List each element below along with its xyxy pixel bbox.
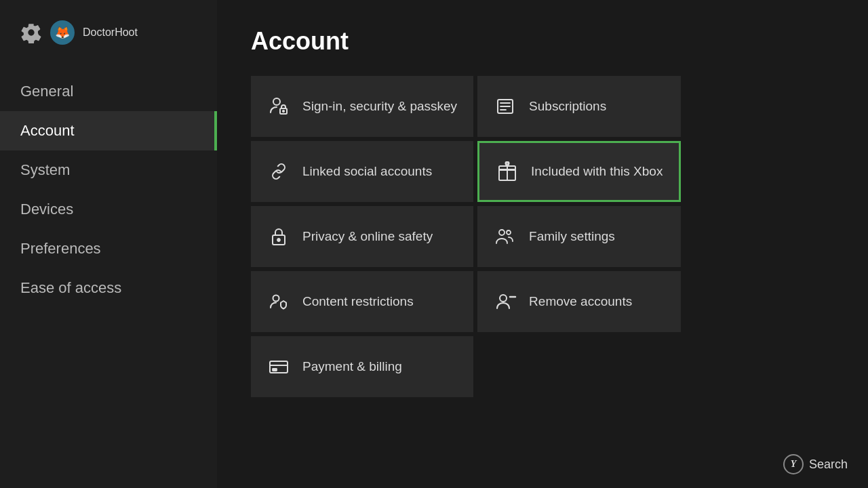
svg-point-5 — [273, 296, 279, 302]
menu-item-family-settings-label: Family settings — [529, 228, 615, 245]
page-title: Account — [251, 27, 834, 56]
menu-item-sign-in-label: Sign-in, security & passkey — [302, 98, 457, 115]
sidebar-item-preferences[interactable]: Preferences — [0, 229, 217, 268]
menu-item-family-settings[interactable]: Family settings — [477, 206, 681, 267]
left-menu-column: Sign-in, security & passkey Linked socia… — [251, 76, 473, 397]
link-icon — [267, 160, 290, 183]
person-shield-icon — [267, 290, 290, 313]
menu-item-sign-in[interactable]: Sign-in, security & passkey — [251, 76, 473, 137]
svg-rect-8 — [273, 369, 277, 371]
menu-item-remove-accounts-label: Remove accounts — [529, 293, 632, 310]
gift-icon — [496, 160, 519, 183]
bottom-bar: Y Search — [783, 454, 848, 474]
menu-item-included-xbox-label: Included with this Xbox — [531, 163, 663, 180]
sidebar-item-system[interactable]: System — [0, 150, 217, 190]
list-icon — [494, 95, 517, 118]
person-lock-icon — [267, 95, 290, 118]
sidebar-item-general[interactable]: General — [0, 72, 217, 111]
svg-point-16 — [499, 230, 505, 235]
menu-item-remove-accounts[interactable]: Remove accounts — [477, 271, 681, 332]
svg-point-0 — [273, 98, 280, 105]
family-icon — [494, 225, 517, 248]
svg-point-2 — [283, 110, 284, 112]
lock-icon — [267, 225, 290, 248]
menu-item-linked-social[interactable]: Linked social accounts — [251, 141, 473, 202]
avatar: 🦊 — [50, 20, 75, 45]
search-label: Search — [809, 458, 848, 472]
menu-item-privacy[interactable]: Privacy & online safety — [251, 206, 473, 267]
svg-point-18 — [500, 295, 507, 302]
menu-item-content-restrictions-label: Content restrictions — [302, 293, 414, 310]
person-remove-icon — [494, 290, 517, 313]
menu-item-included-xbox[interactable]: Included with this Xbox — [477, 141, 681, 202]
menu-item-subscriptions[interactable]: Subscriptions — [477, 76, 681, 137]
menu-item-payment-label: Payment & billing — [302, 359, 402, 375]
svg-point-4 — [277, 239, 280, 241]
sidebar-nav: General Account System Devices Preferenc… — [0, 72, 217, 308]
right-menu-column: Subscriptions Included with this Xbox — [477, 76, 681, 332]
username-label: DoctorHoot — [83, 26, 138, 39]
sidebar-header: 🦊 DoctorHoot — [0, 20, 217, 72]
sidebar-item-devices[interactable]: Devices — [0, 190, 217, 229]
menu-item-linked-social-label: Linked social accounts — [302, 163, 432, 180]
menu-item-privacy-label: Privacy & online safety — [302, 228, 433, 245]
gear-icon — [20, 22, 42, 43]
menu-item-content-restrictions[interactable]: Content restrictions — [251, 271, 473, 332]
sidebar-item-account[interactable]: Account — [0, 111, 217, 150]
menu-item-subscriptions-label: Subscriptions — [529, 98, 606, 115]
sidebar: 🦊 DoctorHoot General Account System Devi… — [0, 0, 217, 488]
y-button[interactable]: Y — [783, 454, 804, 474]
sidebar-item-ease-of-access[interactable]: Ease of access — [0, 268, 217, 308]
menu-item-payment[interactable]: Payment & billing — [251, 336, 473, 397]
svg-point-17 — [507, 230, 511, 235]
main-content: Account Sign-in, security & passkey — [217, 0, 868, 488]
credit-card-icon — [267, 355, 290, 378]
